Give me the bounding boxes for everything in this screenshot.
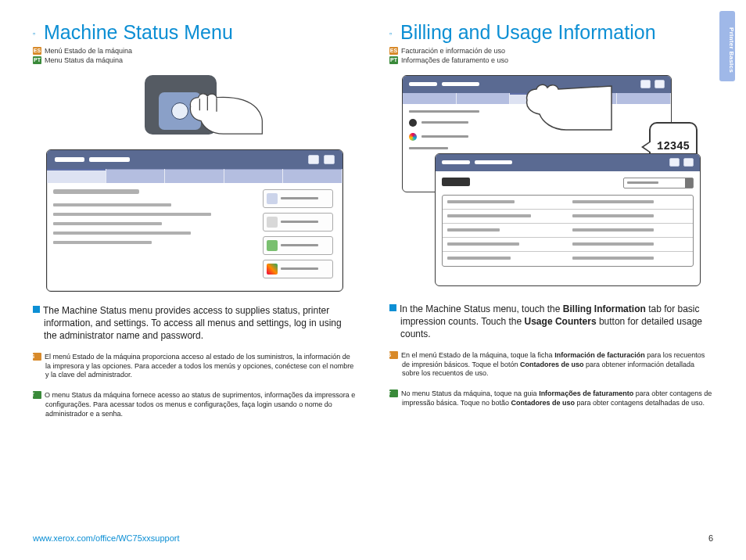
column-machine-status: ▫Machine Status Menu ESMenú Estado de la… bbox=[33, 22, 357, 418]
paragraph-es: ESEl menú Estado de la máquina proporcio… bbox=[33, 353, 357, 380]
lang-icon bbox=[655, 80, 665, 88]
tab-active bbox=[47, 169, 106, 183]
option-button bbox=[263, 189, 333, 208]
heading-text: Machine Status Menu bbox=[44, 21, 233, 43]
tab bbox=[106, 169, 165, 183]
list-icon bbox=[267, 217, 278, 228]
black-dot-icon bbox=[409, 119, 417, 127]
es-badge-icon: ES bbox=[33, 353, 41, 361]
en-square-icon bbox=[389, 304, 396, 311]
paragraph-es: ESEn el menú Estado de la máquina, toque… bbox=[389, 351, 713, 379]
subline-es: ESFacturación e información de uso bbox=[389, 47, 713, 55]
subline-pt: PTInformações de faturamento e uso bbox=[389, 56, 713, 64]
toner-icon bbox=[267, 240, 278, 251]
es-badge-icon: ES bbox=[33, 47, 41, 55]
bold-term: Informações de faturamento bbox=[539, 389, 633, 397]
en-square-icon bbox=[33, 306, 40, 313]
lang-icon bbox=[683, 158, 694, 167]
option-button bbox=[263, 260, 333, 278]
paragraph-es-text: El menú Estado de la máquina proporciona… bbox=[45, 353, 353, 379]
column-billing: ▫Billing and Usage Information ESFactura… bbox=[389, 22, 713, 418]
login-icon bbox=[308, 155, 319, 164]
text: No menu Status da máquina, toque na guia bbox=[401, 389, 539, 397]
color-dot-icon bbox=[409, 133, 417, 141]
label-chip bbox=[442, 178, 470, 186]
pt-badge-icon: PT bbox=[33, 56, 41, 64]
es-badge-icon: ES bbox=[389, 351, 398, 359]
pt-badge-icon: PT bbox=[33, 391, 41, 399]
screen-body bbox=[47, 183, 343, 291]
paragraph-en: The Machine Status menu provides access … bbox=[33, 304, 357, 343]
en-bullet-icon: ▫ bbox=[33, 31, 41, 38]
color-icon bbox=[267, 264, 278, 275]
screen-tabs bbox=[47, 169, 343, 183]
heading-text: Billing and Usage Information bbox=[400, 21, 656, 43]
paragraph-pt: PTO menu Status da máquina fornece acess… bbox=[33, 391, 357, 418]
text: para obter contagens detalhadas de uso. bbox=[575, 399, 705, 407]
machine-status-button bbox=[159, 92, 201, 130]
text: In the Machine Status menu, touch the bbox=[400, 303, 563, 314]
paragraph-en: In the Machine Status menu, touch the Bi… bbox=[389, 303, 713, 341]
hand-icon bbox=[519, 69, 613, 139]
tab bbox=[224, 169, 283, 183]
illustration-billing-screens: 12345 bbox=[402, 75, 701, 290]
tab bbox=[283, 169, 342, 183]
chevron-down-icon bbox=[685, 178, 693, 188]
lang-icon bbox=[324, 155, 335, 164]
bold-term: Contadores de uso bbox=[511, 399, 575, 407]
info-icon bbox=[171, 102, 188, 120]
bold-term: Información de facturación bbox=[554, 351, 645, 359]
screen-header bbox=[47, 150, 343, 169]
bold-term: Billing Information bbox=[563, 303, 646, 314]
usage-table bbox=[442, 195, 694, 267]
es-badge-icon: ES bbox=[389, 47, 398, 55]
subline-es-text: Menú Estado de la máquina bbox=[45, 47, 132, 55]
page-columns: ▫Machine Status Menu ESMenú Estado de la… bbox=[0, 0, 746, 437]
pt-badge-icon: PT bbox=[389, 56, 398, 64]
counter-value: 12345 bbox=[657, 140, 690, 153]
illustration-press-button bbox=[131, 75, 260, 142]
dropdown bbox=[623, 178, 694, 188]
paragraph-pt-text: O menu Status da máquina fornece acesso … bbox=[45, 391, 355, 417]
en-bullet-icon: ▫ bbox=[389, 31, 397, 38]
text: En el menú Estado de la máquina, toque l… bbox=[401, 351, 554, 359]
page-icon bbox=[267, 193, 278, 204]
option-button bbox=[263, 236, 333, 255]
illustration-status-screen bbox=[46, 149, 343, 292]
page-number: 6 bbox=[708, 533, 713, 543]
paragraph-pt: PTNo menu Status da máquina, toque na gu… bbox=[389, 389, 713, 407]
heading-machine-status: ▫Machine Status Menu bbox=[33, 22, 357, 44]
paragraph-en-text: The Machine Status menu provides access … bbox=[43, 305, 342, 341]
bold-term: Contadores de uso bbox=[520, 361, 584, 368]
subline-es: ESMenú Estado de la máquina bbox=[33, 47, 357, 55]
subline-pt: PTMenu Status da máquina bbox=[33, 56, 357, 64]
pt-badge-icon: PT bbox=[389, 389, 398, 397]
tab bbox=[165, 169, 224, 183]
window-usage-counters bbox=[435, 153, 701, 286]
login-icon bbox=[669, 158, 680, 167]
section-tab: Printer Basics bbox=[719, 11, 735, 81]
bold-term: Usage Counters bbox=[525, 316, 597, 327]
option-button bbox=[263, 213, 333, 232]
page-footer: www.xerox.com/office/WC75xxsupport 6 bbox=[33, 533, 713, 543]
subline-es-text: Facturación e información de uso bbox=[401, 47, 505, 55]
subline-pt-text: Informações de faturamento e uso bbox=[401, 56, 508, 64]
support-link[interactable]: www.xerox.com/office/WC75xxsupport bbox=[33, 533, 179, 543]
subline-pt-text: Menu Status da máquina bbox=[45, 56, 123, 64]
heading-billing: ▫Billing and Usage Information bbox=[389, 22, 713, 44]
login-icon bbox=[640, 80, 651, 88]
